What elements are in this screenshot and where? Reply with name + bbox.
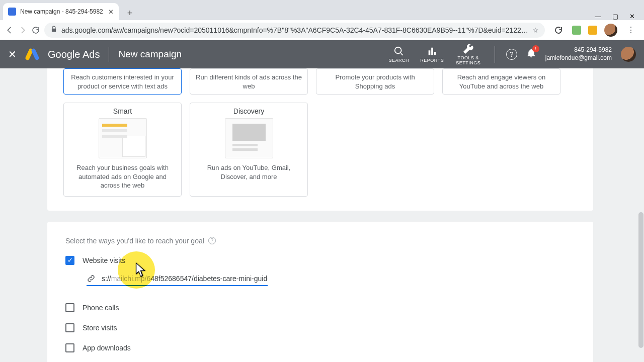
tools-label: TOOLS & SETTINGS — [453, 55, 484, 65]
type-name: Discovery — [195, 107, 302, 115]
search-label: SEARCH — [388, 58, 409, 63]
goal-option-store-visits[interactable]: Store visits — [65, 323, 575, 332]
extension-icons: ⋮ — [549, 24, 640, 37]
option-label: Website visits — [83, 256, 125, 264]
checkbox-app-downloads[interactable] — [65, 343, 74, 352]
campaign-type-search[interactable]: Reach customers interested in your produ… — [63, 68, 182, 95]
option-label: Store visits — [83, 324, 117, 332]
lock-icon — [50, 26, 57, 34]
goal-option-app-downloads[interactable]: App downloads — [65, 343, 575, 352]
checkbox-store-visits[interactable] — [65, 323, 74, 332]
checkbox-phone-calls[interactable] — [65, 303, 74, 312]
brand-name: Google Ads — [48, 49, 100, 60]
maximize-button[interactable]: ▢ — [612, 13, 618, 20]
goal-option-phone-calls[interactable]: Phone calls — [65, 303, 575, 312]
scrollbar-thumb[interactable] — [638, 212, 643, 348]
minimize-button[interactable]: — — [595, 13, 601, 20]
ads-header: ✕ Google Ads New campaign SEARCH REPORTS… — [0, 40, 644, 68]
header-divider — [109, 47, 109, 62]
forward-button[interactable] — [18, 24, 27, 37]
account-info[interactable]: 845-294-5982 jamiefondue@gmail.com — [545, 46, 612, 62]
browser-tab[interactable]: New campaign - 845-294-5982 ✕ — [3, 3, 119, 20]
campaign-type-video[interactable]: Reach and engage viewers on YouTube and … — [442, 68, 560, 95]
option-label: App downloads — [83, 344, 131, 352]
page-body: Reach customers interested in your produ… — [0, 68, 644, 362]
browser-titlebar: New campaign - 845-294-5982 ✕ + — ▢ ✕ — [0, 0, 644, 20]
close-page-icon[interactable]: ✕ — [8, 48, 17, 60]
option-label: Phone calls — [83, 304, 119, 312]
google-ads-logo — [26, 48, 39, 61]
ext-green-icon[interactable] — [572, 26, 581, 35]
goal-option-website-visits[interactable]: ✓ Website visits — [65, 256, 575, 265]
tab-favicon — [8, 8, 16, 16]
url-grey: mailchi.mp/6 — [111, 275, 151, 283]
type-name: Smart — [69, 107, 176, 115]
search-action[interactable]: SEARCH — [387, 46, 411, 63]
link-icon — [87, 274, 96, 283]
reports-icon — [427, 46, 438, 57]
header-sep — [495, 46, 495, 63]
type-desc: Run different kinds of ads across the we… — [195, 73, 302, 90]
goal-panel: Select the ways you'd like to reach your… — [47, 222, 593, 362]
help-icon[interactable]: ? — [208, 237, 216, 244]
campaign-type-smart[interactable]: Smart Reach your business goals with aut… — [63, 103, 182, 197]
ext-yellow-icon[interactable] — [588, 26, 597, 35]
url-value: s://mailchi.mp/648f52686547/diabetes-car… — [102, 275, 268, 283]
notifications-button[interactable]: ! — [526, 48, 536, 60]
reports-action[interactable]: REPORTS — [420, 46, 444, 63]
ext-reload-icon[interactable] — [552, 24, 565, 37]
campaign-type-grid: Reach customers interested in your produ… — [47, 68, 593, 211]
notif-badge: ! — [532, 45, 539, 52]
tab-close-icon[interactable]: ✕ — [108, 8, 114, 16]
type-preview — [99, 118, 147, 158]
omnibox[interactable]: ads.google.com/aw/campaigns/new?ocid=205… — [44, 23, 545, 38]
search-icon — [393, 46, 405, 57]
url-pre: s:// — [102, 275, 111, 283]
account-avatar[interactable] — [621, 47, 636, 62]
page-title: New campaign — [118, 49, 182, 60]
campaign-type-discovery[interactable]: Discovery Run ads on YouTube, Gmail, Dis… — [190, 103, 308, 197]
type-desc: Promote your products with Shopping ads — [321, 73, 429, 90]
tab-title: New campaign - 845-294-5982 — [20, 8, 104, 15]
type-desc: Reach your business goals with automated… — [69, 163, 176, 190]
tools-action[interactable]: TOOLS & SETTINGS — [453, 43, 484, 65]
reports-label: REPORTS — [420, 58, 444, 63]
type-desc: Reach and engage viewers on YouTube and … — [448, 73, 555, 90]
profile-avatar-icon[interactable] — [604, 24, 617, 37]
back-button[interactable] — [5, 24, 14, 37]
campaign-type-shopping[interactable]: Promote your products with Shopping ads — [316, 68, 434, 95]
wrench-icon — [463, 43, 474, 54]
reload-button[interactable] — [31, 24, 40, 37]
goal-prompt-text: Select the ways you'd like to reach your… — [65, 237, 204, 245]
website-url-input[interactable]: s://mailchi.mp/648f52686547/diabetes-car… — [87, 272, 268, 286]
type-preview — [225, 118, 273, 158]
address-bar: ads.google.com/aw/campaigns/new?ocid=205… — [0, 20, 644, 40]
account-id: 845-294-5982 — [545, 46, 612, 54]
window-controls: — ▢ ✕ — [595, 10, 644, 20]
help-button[interactable]: ? — [506, 49, 517, 60]
goal-prompt: Select the ways you'd like to reach your… — [65, 237, 575, 245]
bookmark-star-icon[interactable]: ☆ — [532, 26, 539, 34]
url-post: 48f52686547/diabetes-care-mini-guide — [150, 275, 268, 283]
close-window-button[interactable]: ✕ — [629, 13, 635, 20]
omnibox-url: ads.google.com/aw/campaigns/new?ocid=205… — [61, 26, 528, 34]
account-email: jamiefondue@gmail.com — [545, 54, 612, 62]
checkbox-website-visits[interactable]: ✓ — [65, 256, 74, 265]
campaign-type-display[interactable]: Run different kinds of ads across the we… — [190, 68, 308, 95]
chrome-menu-button[interactable]: ⋮ — [624, 24, 637, 37]
type-desc: Run ads on YouTube, Gmail, Discover, and… — [195, 163, 302, 181]
type-desc: Reach customers interested in your produ… — [69, 73, 176, 90]
new-tab-button[interactable]: + — [123, 6, 137, 20]
